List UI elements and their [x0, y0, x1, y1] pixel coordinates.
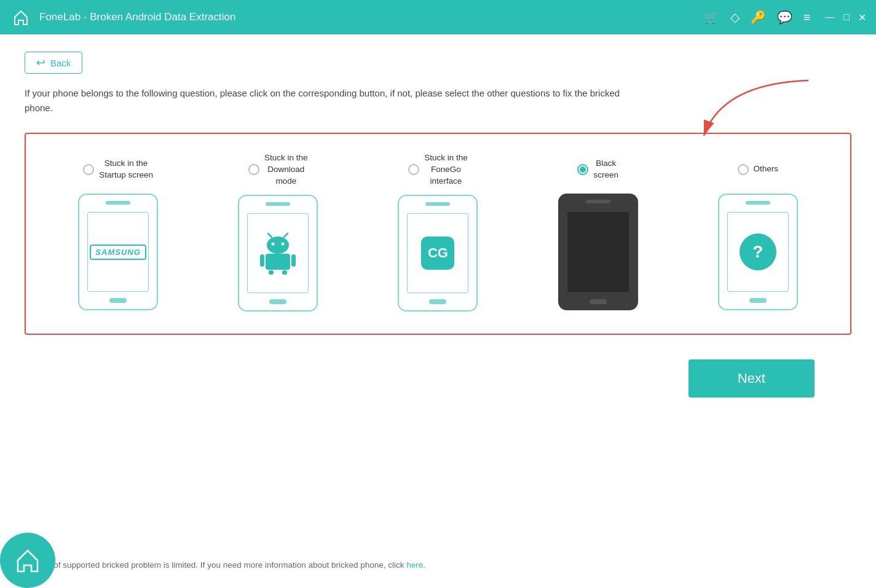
cart-icon[interactable]: 🛒 [704, 10, 719, 25]
blackscreen-radio-row: Blackscreen [577, 152, 618, 186]
main-content: ↩ Back If your phone belongs to the foll… [0, 34, 876, 588]
android-robot-icon [259, 232, 296, 275]
blackscreen-screen [567, 212, 629, 292]
home-circle-icon [14, 547, 41, 574]
back-button-label: Back [50, 58, 71, 68]
fonego-screen: CG [407, 213, 468, 293]
fonego-radio[interactable] [408, 164, 419, 175]
download-phone [238, 195, 318, 312]
instruction-text: If your phone belongs to the following q… [25, 86, 627, 116]
startup-phone: SAMSUNG [78, 194, 158, 310]
maximize-button[interactable]: □ [843, 12, 850, 23]
footer-text-before: The list of supported bricked problem is… [25, 560, 406, 570]
others-screen: ? [727, 212, 789, 292]
options-container: Stuck in theStartup screen SAMSUNG Stuck… [25, 133, 851, 335]
svg-rect-10 [282, 270, 287, 275]
close-button[interactable]: ✕ [858, 12, 866, 23]
option-blackscreen[interactable]: Blackscreen [543, 152, 653, 310]
home-circle-button[interactable] [0, 533, 55, 588]
question-icon: ? [740, 233, 776, 270]
others-radio-row: Others [738, 152, 779, 186]
download-label: Stuck in theDownloadmode [264, 152, 308, 187]
startup-label: Stuck in theStartup screen [99, 158, 153, 181]
svg-point-3 [282, 242, 285, 245]
svg-rect-6 [266, 254, 290, 270]
svg-line-5 [284, 233, 288, 237]
option-download[interactable]: Stuck in theDownloadmode [223, 152, 333, 312]
fonego-radio-row: Stuck in theFoneGointerface [408, 152, 468, 187]
samsung-logo: SAMSUNG [90, 245, 146, 260]
startup-radio[interactable] [83, 164, 94, 175]
download-radio[interactable] [248, 164, 259, 175]
startup-radio-row: Stuck in theStartup screen [83, 152, 153, 186]
footer: The list of supported bricked problem is… [25, 560, 851, 570]
footer-text-after: . [423, 560, 425, 570]
download-radio-row: Stuck in theDownloadmode [248, 152, 308, 187]
fonego-cg-icon: CG [421, 237, 454, 270]
footer-link[interactable]: here [406, 560, 423, 570]
svg-rect-8 [291, 254, 296, 267]
back-arrow-icon: ↩ [36, 56, 45, 69]
svg-line-4 [268, 233, 272, 237]
key-icon[interactable]: 🔑 [751, 10, 766, 25]
svg-point-1 [267, 237, 289, 254]
download-screen [247, 213, 309, 293]
svg-rect-9 [269, 270, 274, 275]
blackscreen-phone [558, 194, 638, 310]
wifi-icon[interactable]: ◇ [730, 10, 740, 25]
option-fonego[interactable]: Stuck in theFoneGointerface CG [382, 152, 493, 312]
menu-icon[interactable]: ≡ [803, 10, 811, 25]
startup-screen: SAMSUNG [87, 212, 149, 292]
titlebar-icons: 🛒 ◇ 🔑 💬 ≡ [704, 10, 811, 25]
title-bar: FoneLab - Broken Android Data Extraction… [0, 0, 876, 34]
fonego-label: Stuck in theFoneGointerface [424, 152, 468, 187]
back-button[interactable]: ↩ Back [25, 52, 82, 74]
fonego-phone: CG [398, 195, 478, 312]
svg-rect-7 [260, 254, 264, 267]
others-radio[interactable] [738, 164, 749, 175]
option-startup[interactable]: Stuck in theStartup screen SAMSUNG [63, 152, 173, 310]
others-label: Others [754, 163, 779, 175]
blackscreen-label: Blackscreen [593, 158, 618, 181]
app-title: FoneLab - Broken Android Data Extraction [39, 11, 696, 23]
next-button[interactable]: Next [689, 359, 815, 398]
window-controls: — □ ✕ [825, 12, 866, 23]
titlebar-home-icon[interactable] [10, 6, 32, 28]
others-phone: ? [718, 194, 798, 310]
svg-point-2 [272, 242, 275, 245]
option-others[interactable]: Others ? [703, 152, 813, 310]
minimize-button[interactable]: — [825, 12, 835, 23]
blackscreen-radio[interactable] [577, 164, 588, 175]
chat-icon[interactable]: 💬 [777, 10, 792, 25]
